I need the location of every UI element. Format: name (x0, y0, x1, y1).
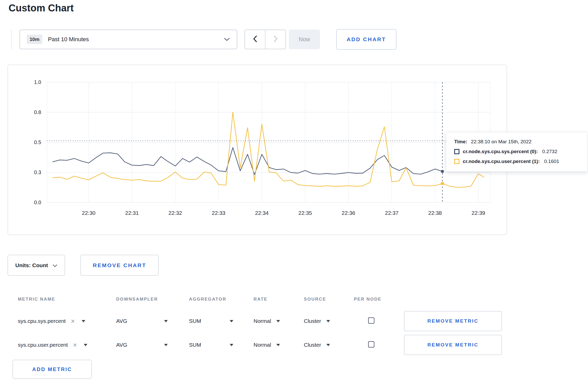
svg-text:22:35: 22:35 (298, 210, 312, 216)
chevron-down-icon (326, 320, 330, 322)
remove-chart-button[interactable]: REMOVE CHART (80, 255, 159, 276)
page-title: Custom Chart (9, 3, 74, 14)
toolbar-divider (11, 30, 12, 49)
metric-name-value: sys.cpu.sys.percent (18, 318, 66, 324)
chevron-down-icon (326, 344, 330, 346)
chart-card: 22:3022:3122:3222:3322:3422:3522:3622:37… (8, 65, 507, 235)
svg-text:22:39: 22:39 (472, 210, 485, 216)
chevron-down-icon (230, 320, 233, 322)
next-time-button[interactable] (265, 30, 285, 49)
chevron-down-icon (230, 344, 233, 346)
add-metric-button[interactable]: ADD METRIC (12, 360, 92, 379)
cpu-usage-chart[interactable]: 22:3022:3122:3222:3322:3422:3522:3622:37… (8, 65, 507, 235)
remove-metric-button[interactable]: REMOVE METRIC (404, 311, 502, 331)
metrics-table-header: METRIC NAME DOWNSAMPLER AGGREGATOR RATE … (0, 289, 588, 309)
svg-text:22:33: 22:33 (212, 210, 226, 216)
downsampler-value: AVG (116, 318, 127, 324)
svg-text:22:37: 22:37 (385, 210, 399, 216)
source-value: Cluster (304, 342, 321, 348)
metric-name-select[interactable]: sys.cpu.sys.percent × (18, 318, 116, 324)
chevron-down-icon (164, 320, 168, 322)
time-range-label: Past 10 Minutes (48, 36, 89, 43)
now-button[interactable]: Now (289, 30, 320, 49)
time-range-select[interactable]: 10m Past 10 Minutes (19, 30, 237, 49)
svg-text:22:36: 22:36 (342, 210, 355, 216)
time-range-badge: 10m (27, 35, 42, 44)
rate-value: Normal (254, 318, 271, 324)
tooltip-series-row: cr.node.sys.cpu.user.percent (1): 0.1601 (454, 159, 579, 164)
units-label: Units: Count (15, 262, 48, 268)
column-header-downsampler: DOWNSAMPLER (116, 297, 189, 302)
prev-time-button[interactable] (245, 30, 265, 49)
svg-text:0.3: 0.3 (34, 169, 41, 175)
metric-row: sys.cpu.user.percent × AVG SUM Normal Cl… (0, 333, 588, 357)
source-select[interactable]: Cluster (304, 318, 354, 324)
chevron-down-icon (276, 320, 280, 322)
metric-row: sys.cpu.sys.percent × AVG SUM Normal Clu… (0, 309, 588, 333)
aggregator-select[interactable]: SUM (189, 342, 233, 348)
chart-hover-tooltip: Time: 22:38:10 on Mar 15th, 2022 cr.node… (446, 132, 587, 172)
custom-chart-page: Custom Chart 10m Past 10 Minutes Now ADD… (0, 0, 588, 383)
source-value: Cluster (304, 318, 321, 324)
units-select[interactable]: Units: Count (8, 255, 65, 276)
downsampler-select[interactable]: AVG (116, 318, 168, 324)
column-header-rate: RATE (254, 297, 304, 302)
svg-text:22:32: 22:32 (169, 210, 182, 216)
metric-name-select[interactable]: sys.cpu.user.percent × (18, 342, 116, 348)
column-header-aggregator: AGGREGATOR (189, 297, 254, 302)
add-chart-button[interactable]: ADD CHART (336, 29, 396, 50)
tooltip-time-row: Time: 22:38:10 on Mar 15th, 2022 (454, 139, 579, 145)
column-header-metric-name: METRIC NAME (18, 297, 116, 302)
svg-text:0.5: 0.5 (34, 139, 41, 145)
chevron-down-icon (84, 344, 87, 346)
rate-select[interactable]: Normal (254, 318, 304, 324)
aggregator-value: SUM (189, 342, 201, 348)
downsampler-select[interactable]: AVG (116, 342, 168, 348)
per-node-checkbox[interactable] (368, 317, 374, 324)
per-node-checkbox[interactable] (368, 341, 374, 347)
clear-metric-icon[interactable]: × (73, 342, 77, 348)
svg-text:0.0: 0.0 (34, 200, 41, 205)
tooltip-series-value: 0.1601 (544, 159, 559, 164)
chevron-down-icon (82, 320, 85, 322)
svg-text:22:38: 22:38 (428, 210, 442, 216)
metric-name-value: sys.cpu.user.percent (18, 342, 68, 348)
tooltip-series-value: 0.2732 (542, 149, 557, 154)
aggregator-select[interactable]: SUM (189, 318, 233, 324)
legend-swatch-user-icon (454, 159, 459, 164)
chevron-down-icon (276, 344, 280, 346)
column-header-source: SOURCE (304, 297, 354, 302)
chevron-down-icon (224, 38, 230, 41)
remove-metric-button[interactable]: REMOVE METRIC (404, 335, 502, 355)
downsampler-value: AVG (116, 342, 127, 348)
svg-text:22:30: 22:30 (82, 210, 96, 216)
svg-text:1.0: 1.0 (34, 79, 41, 85)
tooltip-time-value: 22:38:10 on Mar 15th, 2022 (471, 139, 531, 145)
source-select[interactable]: Cluster (304, 342, 354, 348)
aggregator-value: SUM (189, 318, 201, 324)
chevron-right-icon (273, 35, 278, 44)
tooltip-series-row: cr.node.sys.cpu.sys.percent (0): 0.2732 (454, 149, 579, 154)
svg-text:0.8: 0.8 (34, 109, 41, 115)
chevron-down-icon (164, 344, 168, 346)
rate-select[interactable]: Normal (254, 342, 304, 348)
column-header-per-node: PER NODE (354, 297, 404, 302)
time-nav-group (244, 30, 286, 49)
legend-swatch-sys-icon (454, 149, 459, 154)
chevron-left-icon (253, 35, 257, 44)
tooltip-series-label: cr.node.sys.cpu.sys.percent (0): (463, 149, 538, 154)
rate-value: Normal (254, 342, 271, 348)
tooltip-time-label: Time: (454, 139, 467, 145)
svg-text:22:34: 22:34 (255, 210, 269, 216)
tooltip-series-label: cr.node.sys.cpu.user.percent (1): (463, 159, 540, 164)
clear-metric-icon[interactable]: × (71, 318, 75, 324)
metrics-table: METRIC NAME DOWNSAMPLER AGGREGATOR RATE … (0, 289, 588, 357)
svg-text:22:31: 22:31 (125, 210, 139, 216)
chevron-down-icon (53, 262, 57, 268)
